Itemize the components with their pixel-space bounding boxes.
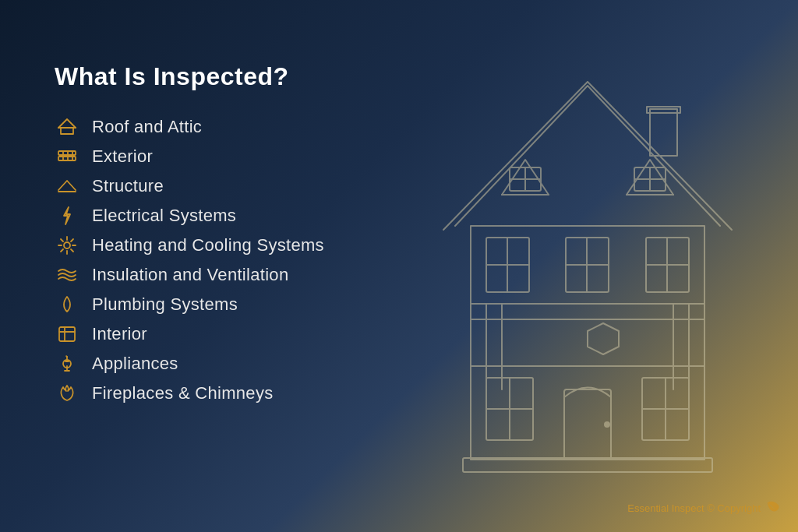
copyright-footer: Essential Inspect © Copyright <box>627 499 782 518</box>
list-item: Exterior <box>55 144 460 169</box>
svg-point-48 <box>64 242 70 248</box>
list-item: Appliances <box>55 351 460 376</box>
content-area: What Is Inspected? Roof and Attic <box>55 62 460 406</box>
page-title: What Is Inspected? <box>55 62 460 91</box>
svg-line-55 <box>71 239 73 241</box>
svg-rect-26 <box>471 366 704 460</box>
fireplaces-label: Fireplaces & Chimneys <box>92 383 274 403</box>
structure-label: Structure <box>92 176 164 196</box>
appliances-icon <box>55 351 79 376</box>
list-item: Insulation and Ventilation <box>55 262 460 287</box>
list-item: Heating and Cooling Systems <box>55 233 460 258</box>
heating-cooling-icon <box>55 233 79 258</box>
list-item: Roof and Attic <box>55 115 460 139</box>
insulation-icon <box>55 262 79 287</box>
list-item: Plumbing Systems <box>55 292 460 317</box>
list-item: Structure <box>55 174 460 199</box>
house-illustration <box>408 23 767 506</box>
roof-attic-label: Roof and Attic <box>92 117 202 137</box>
electrical-label: Electrical Systems <box>92 206 236 226</box>
insulation-label: Insulation and Ventilation <box>92 265 288 285</box>
exterior-label: Exterior <box>92 146 153 167</box>
svg-rect-18 <box>471 304 704 319</box>
page-background: What Is Inspected? Roof and Attic <box>0 0 798 532</box>
interior-icon <box>55 322 79 347</box>
heating-cooling-label: Heating and Cooling Systems <box>92 235 324 255</box>
plumbing-label: Plumbing Systems <box>92 294 238 315</box>
appliances-label: Appliances <box>92 354 178 374</box>
electrical-icon <box>55 203 79 228</box>
svg-rect-57 <box>59 327 75 341</box>
svg-rect-36 <box>650 109 677 156</box>
structure-icon <box>55 174 79 199</box>
fireplaces-icon <box>55 381 79 406</box>
plumbing-icon <box>55 292 79 317</box>
svg-line-53 <box>61 239 63 241</box>
list-item: Fireplaces & Chimneys <box>55 381 460 406</box>
list-item: Electrical Systems <box>55 203 460 228</box>
interior-label: Interior <box>92 324 147 344</box>
svg-line-56 <box>61 249 63 252</box>
inspection-list: Roof and Attic Exterior <box>55 115 460 406</box>
exterior-icon <box>55 144 79 169</box>
copyright-text: Essential Inspect © Copyright <box>627 502 761 514</box>
leaf-icon <box>765 499 782 518</box>
svg-point-34 <box>605 422 609 427</box>
list-item: Interior <box>55 322 460 347</box>
svg-line-54 <box>71 249 73 252</box>
roof-icon <box>55 115 79 139</box>
svg-marker-25 <box>588 323 619 354</box>
